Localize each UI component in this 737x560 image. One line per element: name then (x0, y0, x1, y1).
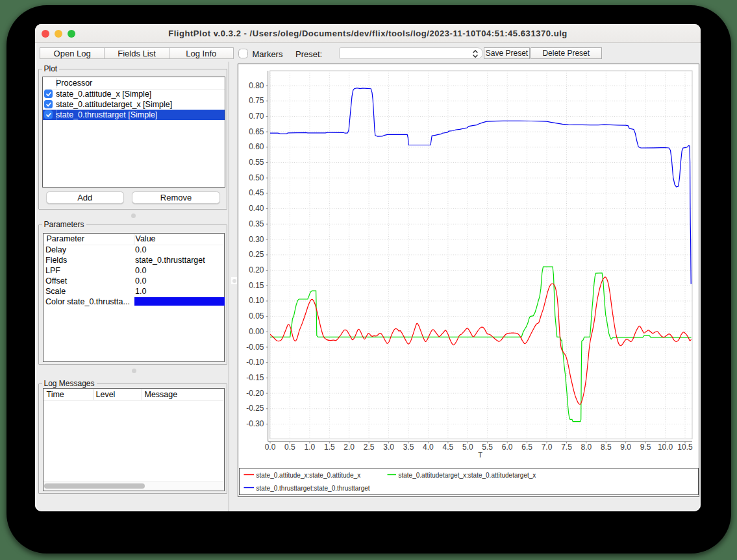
svg-text:2.5: 2.5 (364, 443, 375, 452)
svg-text:0.70: 0.70 (249, 112, 264, 121)
svg-text:4.5: 4.5 (443, 443, 454, 452)
svg-text:5.5: 5.5 (482, 443, 493, 452)
svg-text:-0.25: -0.25 (246, 404, 264, 413)
svg-text:0.80: 0.80 (249, 81, 264, 90)
svg-text:9.5: 9.5 (640, 443, 651, 452)
svg-text:8.5: 8.5 (601, 443, 612, 452)
svg-text:0.0: 0.0 (265, 443, 276, 452)
svg-text:0.60: 0.60 (249, 142, 264, 151)
svg-text:6.0: 6.0 (502, 443, 513, 452)
svg-text:10.0: 10.0 (658, 443, 673, 452)
svg-text:0.25: 0.25 (249, 250, 264, 259)
svg-text:0.45: 0.45 (249, 188, 264, 197)
svg-text:0.75: 0.75 (249, 96, 264, 105)
svg-text:3.0: 3.0 (383, 443, 394, 452)
svg-text:0.05: 0.05 (249, 311, 264, 321)
svg-text:0.00: 0.00 (249, 327, 264, 336)
svg-text:9.0: 9.0 (620, 443, 631, 452)
svg-text:0.50: 0.50 (249, 173, 264, 182)
svg-text:1.0: 1.0 (305, 443, 316, 452)
svg-text:6.5: 6.5 (521, 443, 532, 452)
svg-text:0.15: 0.15 (249, 281, 264, 290)
svg-text:0.55: 0.55 (249, 158, 264, 167)
svg-text:0.40: 0.40 (249, 204, 264, 213)
svg-text:-0.05: -0.05 (246, 343, 264, 352)
svg-text:7.0: 7.0 (542, 443, 553, 452)
svg-text:0.5: 0.5 (284, 443, 295, 452)
svg-text:state_0.attitudetarget_x:state: state_0.attitudetarget_x:state_0.attitud… (399, 472, 536, 479)
svg-text:0.10: 0.10 (249, 296, 264, 305)
svg-text:8.0: 8.0 (581, 443, 592, 452)
svg-text:0.20: 0.20 (249, 265, 264, 274)
svg-text:state_0.attitude_x:state_0.att: state_0.attitude_x:state_0.attitude_x (256, 472, 361, 479)
svg-text:state_0.thrusttarget:state_0.t: state_0.thrusttarget:state_0.thrusttarge… (256, 485, 370, 492)
svg-text:1.5: 1.5 (324, 443, 335, 452)
svg-text:2.0: 2.0 (344, 443, 355, 452)
svg-text:4.0: 4.0 (423, 443, 434, 452)
svg-text:0.65: 0.65 (249, 127, 264, 136)
svg-text:7.5: 7.5 (561, 443, 572, 452)
svg-text:0.30: 0.30 (249, 235, 264, 244)
svg-text:0.35: 0.35 (249, 219, 264, 228)
svg-text:-0.15: -0.15 (246, 373, 264, 382)
svg-text:T: T (478, 451, 482, 459)
svg-text:-0.10: -0.10 (246, 358, 264, 367)
svg-text:-0.20: -0.20 (246, 389, 264, 398)
svg-text:10.5: 10.5 (677, 443, 693, 452)
svg-text:-0.30: -0.30 (246, 419, 264, 428)
svg-text:5.0: 5.0 (462, 443, 473, 452)
svg-text:3.5: 3.5 (403, 443, 414, 452)
